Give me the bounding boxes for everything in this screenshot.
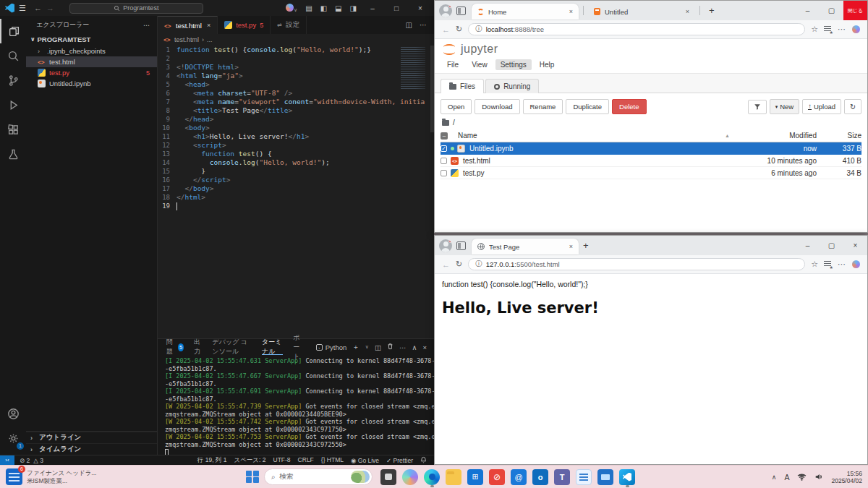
status-item[interactable]: 行 19, 列 1	[197, 456, 227, 465]
open-button[interactable]: Open	[441, 99, 472, 114]
store-icon[interactable]: ⊞	[467, 469, 483, 485]
close-button[interactable]: ×	[843, 236, 867, 255]
close-tab-icon[interactable]: ×	[569, 243, 573, 250]
wifi-icon[interactable]	[797, 471, 807, 484]
status-item[interactable]: スペース: 2	[234, 456, 265, 465]
go-live-button[interactable]: ◉ Go Live	[351, 457, 379, 464]
maximize-button[interactable]: □	[388, 4, 404, 12]
status-item[interactable]: {} HTML	[321, 456, 344, 465]
code-editor[interactable]: 1function test() {console.log("Hello, wo…	[158, 46, 434, 338]
browser-tab-test-page[interactable]: Test Page×	[472, 239, 579, 254]
address-bar[interactable]: ⓘ 127.0.0.1:5500/test.html	[468, 258, 805, 270]
split-editor-icon[interactable]: ◫	[406, 21, 412, 29]
name-column-header[interactable]: Name▲	[458, 132, 737, 140]
toggle-secondary-sidebar-icon[interactable]: ◨	[350, 4, 357, 12]
minimize-button[interactable]: –	[796, 236, 820, 255]
widgets-button[interactable]: 6 ファイナンス ヘッドラ... 米ISM製造業...	[6, 468, 96, 485]
table-row[interactable]: <>test.html10 minutes ago410 B	[441, 155, 861, 167]
file-explorer-icon[interactable]	[446, 469, 461, 485]
tab-actions-icon[interactable]	[456, 241, 466, 250]
tab-files[interactable]: Files	[441, 79, 484, 93]
explorer-icon[interactable]	[0, 19, 26, 43]
panel-more-icon[interactable]: ⋯	[399, 343, 407, 351]
vscode-icon[interactable]	[619, 469, 635, 485]
browser-tab-untitled[interactable]: Untitled×	[588, 4, 695, 20]
remote-desktop-icon[interactable]	[597, 469, 613, 485]
back-icon[interactable]: ←	[442, 260, 450, 269]
tab-running[interactable]: Running	[485, 79, 539, 93]
copilot-icon[interactable]: ∨	[286, 4, 297, 13]
explorer-actions-icon[interactable]: ⋯	[143, 22, 150, 29]
teams-icon[interactable]: T	[554, 469, 570, 485]
jupyter-breadcrumb[interactable]: /	[435, 119, 867, 129]
start-button[interactable]	[246, 471, 259, 484]
minimap[interactable]	[401, 47, 425, 89]
filter-button[interactable]	[748, 100, 767, 114]
delete-button[interactable]: Delete	[612, 99, 646, 114]
size-column-header[interactable]: Size	[817, 132, 861, 140]
edge-icon[interactable]	[424, 469, 440, 485]
row-checkbox[interactable]	[441, 158, 447, 164]
mail-icon[interactable]: @	[511, 469, 527, 485]
prettier-status[interactable]: ✓ Prettier	[386, 457, 413, 464]
explorer-item[interactable]: Untitled.ipynb	[26, 78, 157, 89]
info-icon[interactable]: ⓘ	[475, 260, 482, 269]
taskbar-search[interactable]: ⌕ 検索	[264, 468, 373, 485]
panel-tab-デバッグ コンソール[interactable]: デバッグ コンソール	[213, 339, 252, 355]
favorite-star-icon[interactable]: ☆	[811, 25, 818, 34]
close-button[interactable]: 閉じる	[843, 1, 867, 20]
problems-status[interactable]: ⊘ 2 △ 3	[20, 457, 43, 464]
editor-tab-test.py[interactable]: test.py5	[218, 16, 271, 34]
toggle-panel-icon[interactable]: ⬓	[335, 4, 341, 12]
task-view-icon[interactable]	[380, 469, 396, 485]
row-checkbox[interactable]	[441, 170, 447, 176]
upload-button[interactable]: ↑ Upload	[802, 99, 841, 114]
copilot-icon[interactable]	[852, 25, 860, 33]
refresh-icon[interactable]: ↻	[456, 260, 462, 269]
profile-avatar[interactable]	[439, 4, 452, 17]
panel-tab-出力[interactable]: 出力	[194, 339, 203, 355]
split-terminal-icon[interactable]: ◫	[375, 343, 381, 351]
remote-indicator[interactable]: ›‹	[0, 455, 14, 466]
maximize-button[interactable]: ▢	[820, 236, 843, 255]
status-item[interactable]: UTF-8	[273, 456, 291, 465]
profile-avatar[interactable]	[439, 239, 452, 252]
extensions-icon[interactable]	[0, 117, 26, 142]
volume-icon[interactable]	[814, 471, 823, 484]
new-tab-button[interactable]: +	[705, 5, 719, 16]
info-icon[interactable]: ⓘ	[475, 25, 482, 34]
notifications-bell-icon[interactable]	[420, 456, 427, 465]
minimize-button[interactable]: –	[796, 1, 820, 20]
table-row[interactable]: ✓Untitled.ipynbnow337 B	[441, 142, 861, 155]
menu-file[interactable]: File	[442, 59, 464, 70]
close-tab-icon[interactable]: ×	[686, 8, 689, 15]
refresh-list-button[interactable]: ↻	[844, 99, 861, 114]
row-checkbox[interactable]: ✓	[441, 145, 447, 152]
browser-tab-home[interactable]: Home×	[472, 4, 579, 20]
editor-tab-設定[interactable]: ⇌設定	[271, 16, 307, 34]
minimize-button[interactable]: –	[365, 4, 380, 12]
testing-icon[interactable]	[0, 142, 26, 166]
copilot-icon[interactable]	[402, 469, 418, 485]
sidebar-section-アウトライン[interactable]: ›アウトライン	[26, 432, 157, 443]
select-all-checkbox[interactable]: –	[441, 132, 448, 140]
notepad-icon[interactable]	[576, 469, 592, 485]
run-debug-icon[interactable]	[0, 93, 26, 117]
source-control-icon[interactable]	[0, 68, 26, 93]
terminal-dropdown-icon[interactable]: ∨	[365, 344, 369, 350]
duplicate-button[interactable]: Duplicate	[566, 99, 609, 114]
account-icon[interactable]	[0, 401, 26, 426]
panel-tab-ポート[interactable]: ポート	[293, 339, 306, 355]
new-terminal-icon[interactable]: ＋	[352, 343, 359, 352]
explorer-item[interactable]: test.html	[26, 56, 157, 67]
menu-view[interactable]: View	[467, 59, 493, 70]
favorites-hub-icon[interactable]	[824, 25, 832, 33]
refresh-icon[interactable]: ↻	[456, 25, 462, 34]
command-center-search[interactable]: Programtest	[69, 3, 203, 14]
new-button[interactable]: ▾ New	[770, 99, 800, 114]
rename-button[interactable]: Rename	[523, 99, 563, 114]
browser-menu-icon[interactable]: ⋯	[838, 25, 846, 34]
table-row[interactable]: test.py6 minutes ago34 B	[441, 167, 861, 179]
new-tab-button[interactable]: +	[579, 240, 593, 251]
terminal-profile[interactable]: › Python	[316, 343, 347, 351]
